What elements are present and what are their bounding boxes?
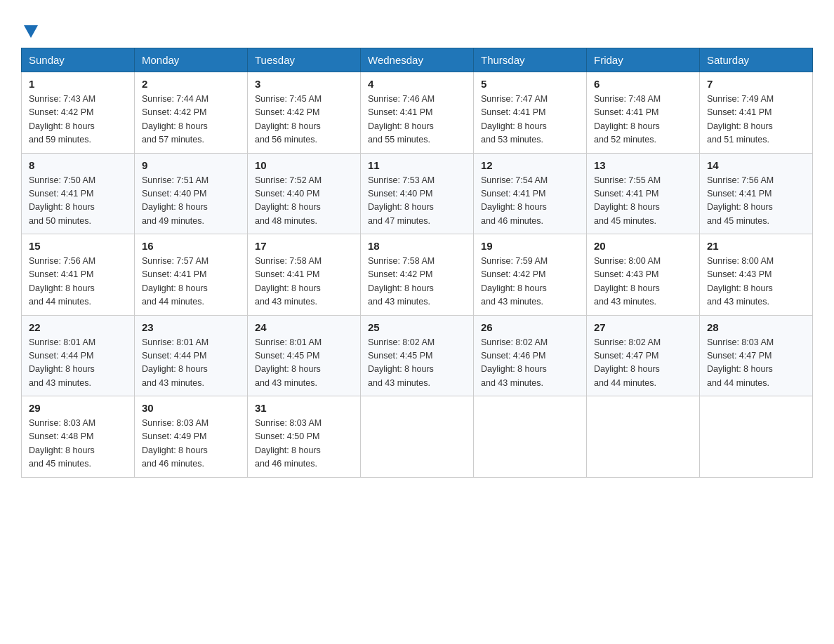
day-number: 17: [255, 240, 353, 252]
day-number: 10: [255, 159, 353, 171]
calendar-cell-2-6: 13Sunrise: 7:55 AMSunset: 4:41 PMDayligh…: [587, 153, 700, 234]
day-number: 27: [594, 321, 692, 333]
day-number: 29: [29, 402, 127, 414]
day-info: Sunrise: 7:56 AMSunset: 4:41 PMDaylight:…: [707, 174, 805, 229]
logo: [21, 20, 38, 35]
calendar-cell-1-5: 5Sunrise: 7:47 AMSunset: 4:41 PMDaylight…: [474, 72, 587, 154]
calendar-week-row-1: 1Sunrise: 7:43 AMSunset: 4:42 PMDaylight…: [22, 72, 813, 154]
calendar-cell-5-4: [361, 396, 474, 478]
calendar-cell-1-3: 3Sunrise: 7:45 AMSunset: 4:42 PMDaylight…: [248, 72, 361, 154]
weekday-header-thursday: Thursday: [474, 48, 587, 72]
calendar-cell-3-6: 20Sunrise: 8:00 AMSunset: 4:43 PMDayligh…: [587, 234, 700, 316]
day-info: Sunrise: 7:55 AMSunset: 4:41 PMDaylight:…: [594, 174, 692, 229]
day-number: 7: [707, 78, 805, 90]
day-info: Sunrise: 8:03 AMSunset: 4:50 PMDaylight:…: [255, 417, 353, 471]
day-number: 11: [368, 159, 466, 171]
weekday-header-friday: Friday: [587, 48, 700, 72]
day-info: Sunrise: 7:47 AMSunset: 4:41 PMDaylight:…: [481, 93, 579, 147]
day-info: Sunrise: 7:46 AMSunset: 4:41 PMDaylight:…: [368, 93, 466, 147]
day-number: 31: [255, 402, 353, 414]
day-number: 9: [142, 159, 240, 171]
day-info: Sunrise: 7:53 AMSunset: 4:40 PMDaylight:…: [368, 174, 466, 229]
day-number: 26: [481, 321, 579, 333]
calendar-cell-1-6: 6Sunrise: 7:48 AMSunset: 4:41 PMDaylight…: [587, 72, 700, 154]
calendar-cell-2-7: 14Sunrise: 7:56 AMSunset: 4:41 PMDayligh…: [700, 153, 813, 234]
day-number: 1: [29, 78, 127, 90]
calendar-cell-3-4: 18Sunrise: 7:58 AMSunset: 4:42 PMDayligh…: [361, 234, 474, 316]
day-number: 6: [594, 78, 692, 90]
day-number: 4: [368, 78, 466, 90]
calendar-cell-4-2: 23Sunrise: 8:01 AMSunset: 4:44 PMDayligh…: [135, 315, 248, 396]
calendar-cell-1-1: 1Sunrise: 7:43 AMSunset: 4:42 PMDaylight…: [22, 72, 135, 154]
calendar-header-row: SundayMondayTuesdayWednesdayThursdayFrid…: [22, 48, 813, 72]
calendar-cell-2-1: 8Sunrise: 7:50 AMSunset: 4:41 PMDaylight…: [22, 153, 135, 234]
weekday-header-saturday: Saturday: [700, 48, 813, 72]
calendar-cell-3-2: 16Sunrise: 7:57 AMSunset: 4:41 PMDayligh…: [135, 234, 248, 316]
day-number: 22: [29, 321, 127, 333]
day-info: Sunrise: 8:01 AMSunset: 4:44 PMDaylight:…: [142, 336, 240, 391]
calendar-cell-2-5: 12Sunrise: 7:54 AMSunset: 4:41 PMDayligh…: [474, 153, 587, 234]
calendar-cell-4-6: 27Sunrise: 8:02 AMSunset: 4:47 PMDayligh…: [587, 315, 700, 396]
day-number: 2: [142, 78, 240, 90]
day-number: 3: [255, 78, 353, 90]
day-number: 5: [481, 78, 579, 90]
day-info: Sunrise: 7:54 AMSunset: 4:41 PMDaylight:…: [481, 174, 579, 229]
day-info: Sunrise: 7:58 AMSunset: 4:42 PMDaylight:…: [368, 255, 466, 309]
day-number: 8: [29, 159, 127, 171]
day-info: Sunrise: 8:03 AMSunset: 4:47 PMDaylight:…: [707, 336, 805, 391]
calendar-cell-3-1: 15Sunrise: 7:56 AMSunset: 4:41 PMDayligh…: [22, 234, 135, 316]
day-info: Sunrise: 7:43 AMSunset: 4:42 PMDaylight:…: [29, 93, 127, 147]
day-number: 13: [594, 159, 692, 171]
calendar-cell-2-4: 11Sunrise: 7:53 AMSunset: 4:40 PMDayligh…: [361, 153, 474, 234]
calendar-cell-5-5: [474, 396, 587, 478]
calendar-cell-4-3: 24Sunrise: 8:01 AMSunset: 4:45 PMDayligh…: [248, 315, 361, 396]
day-number: 24: [255, 321, 353, 333]
day-info: Sunrise: 7:45 AMSunset: 4:42 PMDaylight:…: [255, 93, 353, 147]
day-number: 12: [481, 159, 579, 171]
day-info: Sunrise: 7:56 AMSunset: 4:41 PMDaylight:…: [29, 255, 127, 309]
day-number: 14: [707, 159, 805, 171]
day-number: 21: [707, 240, 805, 252]
day-info: Sunrise: 8:02 AMSunset: 4:46 PMDaylight:…: [481, 336, 579, 391]
calendar-cell-3-7: 21Sunrise: 8:00 AMSunset: 4:43 PMDayligh…: [700, 234, 813, 316]
calendar-week-row-4: 22Sunrise: 8:01 AMSunset: 4:44 PMDayligh…: [22, 315, 813, 396]
calendar-cell-3-3: 17Sunrise: 7:58 AMSunset: 4:41 PMDayligh…: [248, 234, 361, 316]
day-info: Sunrise: 7:44 AMSunset: 4:42 PMDaylight:…: [142, 93, 240, 147]
weekday-header-sunday: Sunday: [22, 48, 135, 72]
day-info: Sunrise: 8:02 AMSunset: 4:45 PMDaylight:…: [368, 336, 466, 391]
calendar-week-row-2: 8Sunrise: 7:50 AMSunset: 4:41 PMDaylight…: [22, 153, 813, 234]
day-number: 28: [707, 321, 805, 333]
day-number: 25: [368, 321, 466, 333]
calendar-cell-1-4: 4Sunrise: 7:46 AMSunset: 4:41 PMDaylight…: [361, 72, 474, 154]
day-number: 23: [142, 321, 240, 333]
day-info: Sunrise: 7:49 AMSunset: 4:41 PMDaylight:…: [707, 93, 805, 147]
day-number: 16: [142, 240, 240, 252]
calendar-cell-4-7: 28Sunrise: 8:03 AMSunset: 4:47 PMDayligh…: [700, 315, 813, 396]
calendar-cell-4-4: 25Sunrise: 8:02 AMSunset: 4:45 PMDayligh…: [361, 315, 474, 396]
day-info: Sunrise: 7:59 AMSunset: 4:42 PMDaylight:…: [481, 255, 579, 309]
day-info: Sunrise: 8:03 AMSunset: 4:48 PMDaylight:…: [29, 417, 127, 471]
day-info: Sunrise: 8:03 AMSunset: 4:49 PMDaylight:…: [142, 417, 240, 471]
calendar-cell-5-2: 30Sunrise: 8:03 AMSunset: 4:49 PMDayligh…: [135, 396, 248, 478]
day-number: 30: [142, 402, 240, 414]
calendar-cell-2-3: 10Sunrise: 7:52 AMSunset: 4:40 PMDayligh…: [248, 153, 361, 234]
weekday-header-monday: Monday: [135, 48, 248, 72]
calendar-cell-5-3: 31Sunrise: 8:03 AMSunset: 4:50 PMDayligh…: [248, 396, 361, 478]
day-info: Sunrise: 7:58 AMSunset: 4:41 PMDaylight:…: [255, 255, 353, 309]
day-info: Sunrise: 8:01 AMSunset: 4:45 PMDaylight:…: [255, 336, 353, 391]
calendar-cell-5-1: 29Sunrise: 8:03 AMSunset: 4:48 PMDayligh…: [22, 396, 135, 478]
calendar-week-row-5: 29Sunrise: 8:03 AMSunset: 4:48 PMDayligh…: [22, 396, 813, 478]
calendar-week-row-3: 15Sunrise: 7:56 AMSunset: 4:41 PMDayligh…: [22, 234, 813, 316]
calendar-cell-2-2: 9Sunrise: 7:51 AMSunset: 4:40 PMDaylight…: [135, 153, 248, 234]
calendar-cell-5-7: [700, 396, 813, 478]
day-number: 20: [594, 240, 692, 252]
day-info: Sunrise: 7:51 AMSunset: 4:40 PMDaylight:…: [142, 174, 240, 229]
calendar-table: SundayMondayTuesdayWednesdayThursdayFrid…: [21, 48, 813, 478]
day-info: Sunrise: 7:52 AMSunset: 4:40 PMDaylight:…: [255, 174, 353, 229]
calendar-cell-4-1: 22Sunrise: 8:01 AMSunset: 4:44 PMDayligh…: [22, 315, 135, 396]
calendar-cell-5-6: [587, 396, 700, 478]
weekday-header-wednesday: Wednesday: [361, 48, 474, 72]
logo-triangle-icon: [24, 25, 38, 38]
day-info: Sunrise: 8:01 AMSunset: 4:44 PMDaylight:…: [29, 336, 127, 391]
page-header: [21, 14, 813, 35]
